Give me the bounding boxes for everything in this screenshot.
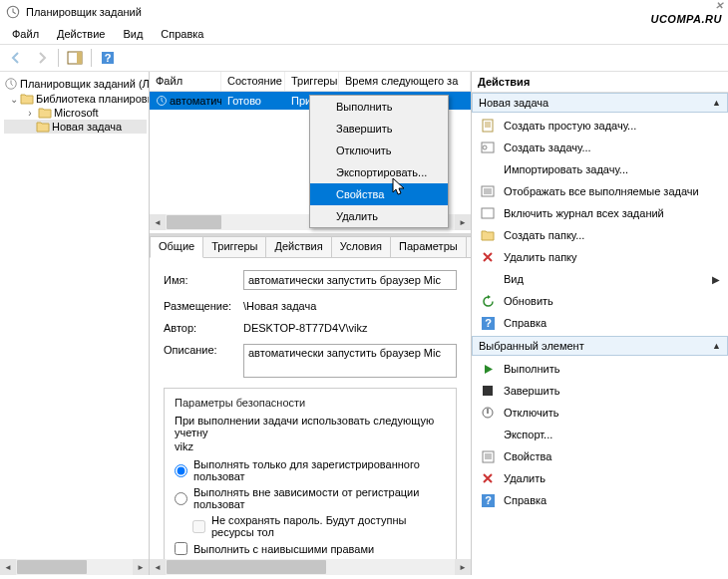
detail-scrollbar[interactable]: ◄ ►: [150, 559, 471, 575]
section-new-task[interactable]: Новая задача▲: [472, 93, 728, 113]
menu-view[interactable]: Вид: [115, 26, 151, 42]
ctx-export[interactable]: Экспортировать...: [310, 161, 448, 183]
tree-root-label: Планировщик заданий (Лок: [20, 78, 150, 90]
action-run[interactable]: Выполнить: [472, 358, 728, 380]
tab-general[interactable]: Общие: [150, 236, 203, 258]
tab-close[interactable]: X: [466, 236, 471, 257]
scroll-thumb[interactable]: [167, 560, 326, 574]
check-highest-priv[interactable]: Выполнить с наивысшими правами: [175, 542, 446, 555]
play-icon: [480, 361, 496, 377]
scroll-left-button[interactable]: ◄: [150, 214, 166, 230]
action-help2[interactable]: ?Справка: [472, 489, 728, 511]
name-label: Имя:: [164, 274, 243, 286]
section-selected[interactable]: Выбранный элемент▲: [472, 336, 728, 356]
ctx-disable[interactable]: Отключить: [310, 140, 448, 161]
window-title: Планировщик заданий: [26, 6, 142, 18]
submenu-icon: ▶: [712, 274, 720, 285]
action-view[interactable]: Вид▶: [472, 268, 728, 290]
action-refresh[interactable]: Обновить: [472, 290, 728, 312]
collapse-icon: ▲: [712, 98, 721, 108]
folder-icon: [20, 93, 34, 105]
disable-icon: [480, 405, 496, 421]
ctx-properties[interactable]: Свойства: [310, 183, 448, 205]
col-next[interactable]: Время следующего за: [339, 72, 471, 91]
tab-parameters[interactable]: Параметры: [390, 236, 467, 257]
export-icon: [480, 427, 496, 442]
scroll-thumb[interactable]: [167, 215, 221, 229]
watermark: ✕UCOMPA.RU: [650, 3, 722, 29]
location-value: \Новая задача: [243, 300, 457, 312]
context-menu: Выполнить Завершить Отключить Экспортиро…: [309, 95, 449, 228]
tab-triggers[interactable]: Триггеры: [202, 236, 266, 257]
svg-rect-7: [483, 120, 493, 132]
tree-new-task[interactable]: Новая задача: [4, 120, 147, 134]
radio-any[interactable]: Выполнять вне зависимости от регистрации…: [175, 486, 446, 510]
action-export[interactable]: Экспорт...: [472, 424, 728, 445]
action-delete[interactable]: Удалить: [472, 467, 728, 489]
author-label: Автор:: [164, 322, 243, 334]
security-fieldset: Параметры безопасности При выполнении за…: [164, 388, 457, 568]
scroll-thumb[interactable]: [17, 560, 87, 574]
security-legend: Параметры безопасности: [175, 397, 446, 409]
back-button[interactable]: [4, 47, 28, 69]
folder-icon: [36, 121, 50, 133]
tab-actions[interactable]: Действия: [265, 236, 331, 257]
action-delete-folder[interactable]: Удалить папку: [472, 246, 728, 268]
toolbar: ?: [0, 44, 728, 72]
toggle-actions-button[interactable]: [63, 47, 87, 69]
svg-text:?: ?: [485, 317, 492, 329]
scroll-right-button[interactable]: ►: [455, 214, 471, 230]
action-import[interactable]: Импортировать задачу...: [472, 158, 728, 180]
ctx-delete[interactable]: Удалить: [310, 205, 448, 227]
name-field[interactable]: [243, 270, 457, 290]
list-icon: [480, 183, 496, 199]
scroll-left-button[interactable]: ◄: [150, 559, 166, 575]
svg-rect-14: [483, 386, 493, 396]
history-icon: [480, 205, 496, 221]
check-no-password[interactable]: Не сохранять пароль. Будут доступны ресу…: [192, 514, 446, 538]
col-triggers[interactable]: Триггеры: [285, 72, 339, 91]
delete-icon: [480, 470, 496, 486]
expand-icon[interactable]: ›: [24, 108, 36, 119]
col-state[interactable]: Состояние: [221, 72, 285, 91]
tree-library[interactable]: ⌄ Библиотека планировщ: [2, 92, 147, 106]
description-field[interactable]: автоматически запустить браузер Mic: [243, 344, 457, 378]
clock-icon: [4, 77, 18, 91]
actions-pane: Действия Новая задача▲ Создать простую з…: [472, 72, 728, 575]
task-icon: [480, 140, 496, 155]
action-enable-history[interactable]: Включить журнал всех заданий: [472, 202, 728, 224]
tab-conditions[interactable]: Условия: [331, 236, 391, 257]
action-new-folder[interactable]: Создать папку...: [472, 224, 728, 246]
tree-scrollbar[interactable]: ◄ ►: [0, 559, 149, 575]
menu-action[interactable]: Действие: [49, 26, 113, 42]
col-file[interactable]: Файл: [150, 72, 221, 91]
scroll-right-button[interactable]: ►: [455, 559, 471, 575]
forward-button[interactable]: [30, 47, 54, 69]
stop-icon: [480, 383, 496, 399]
action-show-running[interactable]: Отображать все выполняемые задачи: [472, 180, 728, 202]
action-properties[interactable]: Свойства: [472, 445, 728, 467]
tree-new-task-label: Новая задача: [52, 121, 122, 133]
action-end[interactable]: Завершить: [472, 380, 728, 402]
help-button[interactable]: ?: [96, 47, 120, 69]
ctx-end[interactable]: Завершить: [310, 118, 448, 140]
action-create-basic[interactable]: Создать простую задачу...: [472, 115, 728, 137]
folder-icon: [38, 107, 52, 119]
row-file: автоматиче...: [170, 95, 221, 107]
menu-help[interactable]: Справка: [153, 26, 211, 42]
scroll-left-button[interactable]: ◄: [0, 559, 16, 575]
menu-file[interactable]: Файл: [4, 26, 47, 42]
task-icon: [156, 95, 168, 107]
tree-microsoft[interactable]: › Microsoft: [2, 106, 147, 120]
action-disable[interactable]: Отключить: [472, 402, 728, 424]
action-create-task[interactable]: Создать задачу...: [472, 137, 728, 158]
general-form: Имя: Размещение: \Новая задача Автор: DE…: [150, 258, 471, 575]
tree-root[interactable]: Планировщик заданий (Лок: [2, 76, 147, 92]
clock-icon: [6, 5, 20, 19]
ctx-run[interactable]: Выполнить: [310, 96, 448, 118]
action-help[interactable]: ?Справка: [472, 312, 728, 334]
collapse-icon[interactable]: ⌄: [10, 94, 18, 105]
radio-logged-on[interactable]: Выполнять только для зарегистрированного…: [175, 458, 446, 482]
row-state: Готово: [221, 95, 285, 107]
scroll-right-button[interactable]: ►: [133, 559, 149, 575]
